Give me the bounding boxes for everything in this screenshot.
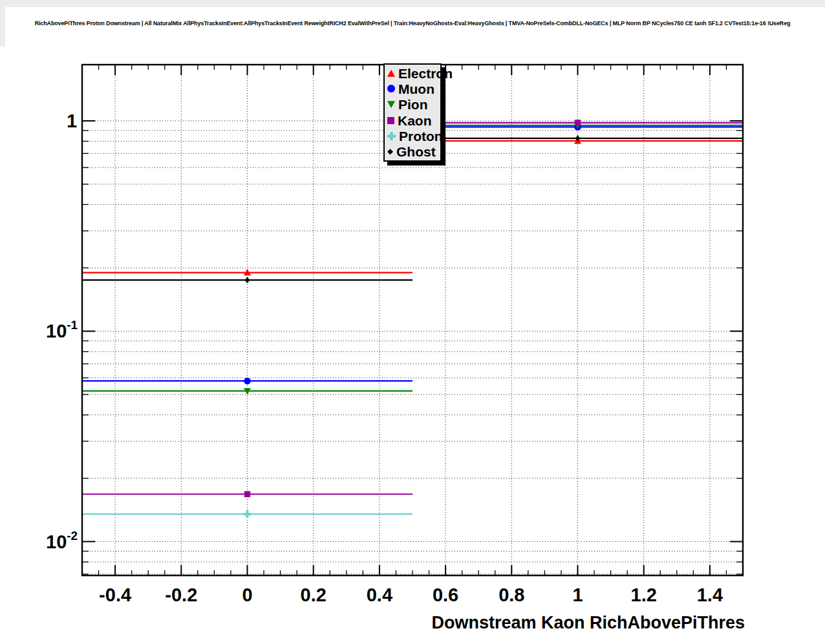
svg-text:10-2: 10-2 [46, 529, 78, 552]
svg-text:Downstream Kaon RichAbovePiThr: Downstream Kaon RichAbovePiThres [431, 613, 745, 632]
legend-item-pion: Pion [387, 97, 440, 113]
series-kaon-markers [244, 120, 581, 497]
legend-label: Kaon [398, 114, 432, 127]
root-canvas: RichAbovePiThres Proton Downstream | All… [0, 0, 825, 644]
legend-item-muon: Muon [387, 81, 440, 96]
legend-item-kaon: Kaon [387, 113, 440, 128]
legend-box: Electron Muon Pion Kaon Proton Ghost [383, 63, 442, 162]
proton-plus-icon [387, 132, 396, 140]
svg-text:-0.2: -0.2 [165, 585, 197, 605]
legend-label: Proton [399, 129, 443, 143]
svg-text:0.4: 0.4 [367, 585, 392, 605]
legend-label: Ghost [396, 145, 436, 158]
svg-text:10-1: 10-1 [46, 318, 78, 341]
svg-text:0.8: 0.8 [498, 585, 524, 605]
svg-text:0.6: 0.6 [433, 585, 458, 605]
series-pion-line [82, 125, 743, 391]
svg-text:0: 0 [242, 585, 252, 605]
x-axis-title: Downstream Kaon RichAbovePiThres [431, 613, 745, 632]
svg-text:1.2: 1.2 [631, 585, 657, 605]
svg-text:-0.4: -0.4 [99, 585, 131, 605]
x-tick-labels: -0.4-0.200.20.40.60.811.21.4 [99, 585, 723, 605]
ghost-diamond-icon [387, 149, 393, 155]
series-proton-markers [244, 510, 252, 518]
pion-triangle-down-icon [387, 101, 395, 108]
legend-item-ghost: Ghost [387, 144, 440, 160]
electron-triangle-up-icon [387, 70, 395, 77]
muon-circle-icon [387, 85, 395, 92]
legend-label: Pion [398, 98, 428, 111]
svg-text:1: 1 [67, 111, 77, 131]
legend-label: Electron [398, 67, 453, 80]
series-muon-markers [244, 123, 581, 384]
legend-label: Muon [398, 82, 434, 96]
svg-text:1: 1 [572, 585, 583, 605]
kaon-square-icon [387, 117, 394, 124]
series-pion-markers [244, 122, 581, 394]
legend-item-proton: Proton [387, 128, 440, 144]
svg-text:0.2: 0.2 [301, 585, 327, 605]
svg-text:1.4: 1.4 [697, 585, 723, 605]
legend-item-electron: Electron [387, 65, 440, 81]
y-tick-labels: 110-110-2 [46, 111, 78, 552]
